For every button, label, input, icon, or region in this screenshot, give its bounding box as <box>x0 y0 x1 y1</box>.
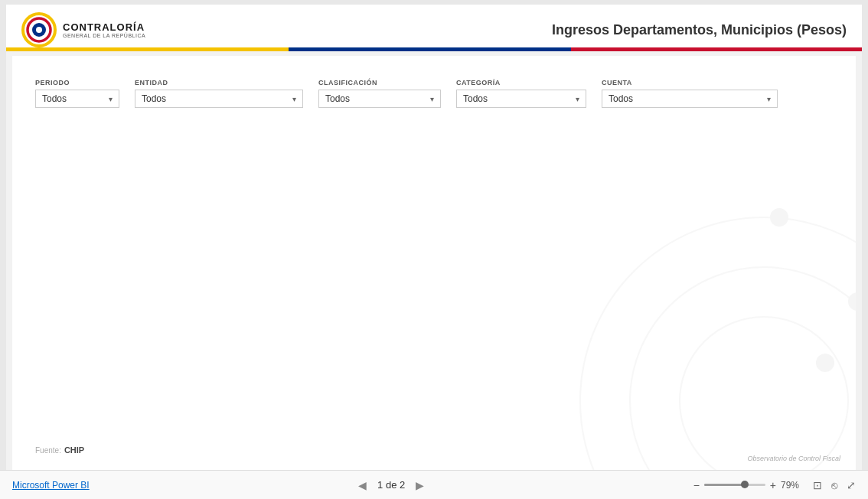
clasificacion-select[interactable]: Todos ▾ <box>318 90 441 108</box>
svg-point-8 <box>848 292 856 311</box>
entidad-value: Todos <box>142 93 166 104</box>
zoom-slider[interactable] <box>704 484 765 486</box>
svg-point-4 <box>580 217 856 470</box>
content-area: PERIODO Todos ▾ ENTIDAD Todos ▾ <box>12 56 856 470</box>
logo-subtitle: GENERAL DE LA REPÚBLICA <box>63 33 145 38</box>
page-title: Ingresos Departamentos, Municipios (Peso… <box>552 22 847 38</box>
entidad-chevron-icon: ▾ <box>292 95 296 103</box>
svg-point-3 <box>36 27 42 33</box>
share-icon[interactable]: ⎋ <box>831 479 837 491</box>
page-info: 1 de 2 <box>377 479 405 491</box>
deco-circles-svg <box>496 110 856 470</box>
color-bar <box>6 47 862 51</box>
page-navigation: ◀ 1 de 2 ▶ <box>355 478 427 493</box>
periodo-chevron-icon: ▾ <box>109 95 113 103</box>
powerbi-link[interactable]: Microsoft Power BI <box>12 480 90 491</box>
filter-entidad-group: ENTIDAD Todos ▾ <box>135 79 303 108</box>
observatorio-label: Observatorio de Control Fiscal <box>747 455 840 462</box>
logo-icon <box>21 12 57 47</box>
zoom-plus-button[interactable]: + <box>770 479 776 491</box>
logo-text-group: CONTRALORÍA GENERAL DE LA REPÚBLICA <box>63 21 145 38</box>
cuenta-label: CUENTA <box>602 79 778 86</box>
report-area: CONTRALORÍA GENERAL DE LA REPÚBLICA Ingr… <box>6 5 862 470</box>
report-header: CONTRALORÍA GENERAL DE LA REPÚBLICA Ingr… <box>6 5 862 47</box>
categoria-chevron-icon: ▾ <box>576 95 579 103</box>
svg-point-9 <box>816 354 834 372</box>
fuente-label: Fuente: <box>35 446 61 455</box>
cuenta-chevron-icon: ▾ <box>767 95 771 103</box>
zoom-control: − + 79% <box>693 479 804 491</box>
filter-cuenta-group: CUENTA Todos ▾ <box>602 79 778 108</box>
filters-row: PERIODO Todos ▾ ENTIDAD Todos ▾ <box>35 79 833 108</box>
categoria-label: CATEGORÍA <box>456 79 586 86</box>
svg-point-6 <box>680 317 848 470</box>
zoom-percent: 79% <box>781 480 804 491</box>
bottom-toolbar: Microsoft Power BI ◀ 1 de 2 ▶ − + 79% <box>0 470 868 499</box>
filter-periodo-group: PERIODO Todos ▾ <box>35 79 119 108</box>
clasificacion-chevron-icon: ▾ <box>430 95 434 103</box>
categoria-value: Todos <box>463 93 488 104</box>
entidad-select[interactable]: Todos ▾ <box>135 90 303 108</box>
logo-title: CONTRALORÍA <box>63 21 145 33</box>
zoom-slider-thumb[interactable] <box>741 481 749 488</box>
periodo-value: Todos <box>42 93 67 104</box>
fullscreen-icon[interactable]: ⤢ <box>847 479 856 491</box>
fit-page-icon[interactable]: ⊡ <box>813 479 822 491</box>
toolbar-right: − + 79% ⊡ ⎋ ⤢ <box>693 479 856 491</box>
svg-point-7 <box>770 208 788 227</box>
periodo-select[interactable]: Todos ▾ <box>35 90 119 108</box>
page-current: 1 <box>377 479 383 491</box>
zoom-minus-button[interactable]: − <box>693 479 700 491</box>
chip-label: CHIP <box>64 445 84 455</box>
filter-clasificacion-group: CLASIFICACIÓN Todos ▾ <box>318 79 441 108</box>
clasificacion-label: CLASIFICACIÓN <box>318 79 441 86</box>
source-label: Fuente: CHIP <box>35 445 84 455</box>
entidad-label: ENTIDAD <box>135 79 303 86</box>
categoria-select[interactable]: Todos ▾ <box>456 90 586 108</box>
logo-area: CONTRALORÍA GENERAL DE LA REPÚBLICA <box>21 12 145 47</box>
cuenta-select[interactable]: Todos ▾ <box>602 90 778 108</box>
clasificacion-value: Todos <box>325 93 350 104</box>
svg-point-5 <box>630 267 856 470</box>
zoom-slider-fill <box>704 484 744 486</box>
page-total: 2 <box>400 479 405 491</box>
main-wrapper: CONTRALORÍA GENERAL DE LA REPÚBLICA Ingr… <box>0 0 868 499</box>
periodo-label: PERIODO <box>35 79 119 86</box>
page-separator: de <box>386 479 400 491</box>
next-page-button[interactable]: ▶ <box>413 478 427 493</box>
cuenta-value: Todos <box>609 93 633 104</box>
prev-page-button[interactable]: ◀ <box>355 478 370 493</box>
filter-categoria-group: CATEGORÍA Todos ▾ <box>456 79 586 108</box>
